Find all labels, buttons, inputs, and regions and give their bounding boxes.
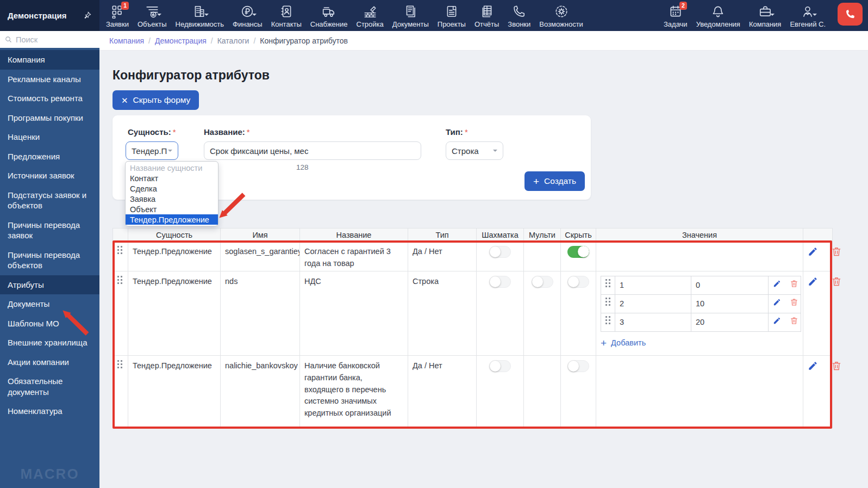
hide-toggle[interactable] [567, 360, 589, 372]
sidebar-item-label: Причины перевода объектов [8, 250, 80, 270]
sidebar-item-repair-cost[interactable]: Стоимость ремонта [0, 89, 99, 108]
nav-item-tasks[interactable]: 2 Задачи [659, 4, 692, 28]
values-column-header: Значения [596, 228, 803, 242]
contacts-book-icon [279, 4, 294, 19]
drag-handle-icon[interactable] [117, 248, 123, 256]
drag-handle-icon[interactable] [605, 299, 611, 308]
sidebar-item-request-sources[interactable]: Источники заявок [0, 166, 99, 186]
chess-toggle[interactable] [489, 246, 511, 258]
nav-item-objects[interactable]: Объекты [133, 4, 171, 28]
sidebar-item-label: Стоимость ремонта [8, 94, 83, 103]
delete-icon[interactable] [790, 279, 798, 288]
sidebar-item-purchase-programs[interactable]: Программы покупки [0, 108, 99, 128]
sidebar-item-markups[interactable]: Наценки [0, 127, 99, 147]
sidebar-item-request-transfer-reasons[interactable]: Причины перевода заявок [0, 215, 99, 245]
workspace-switcher[interactable]: Демонстрация [0, 0, 99, 31]
hide-toggle[interactable] [567, 246, 589, 258]
sidebar-item-label: Подстатусы заявок и объектов [8, 190, 86, 211]
entity-select[interactable]: Тендер.П [126, 141, 178, 160]
sidebar-item-documents[interactable]: Документы [0, 294, 99, 314]
sidebar-item-label: Шаблоны МО [8, 319, 59, 328]
drag-handle-icon[interactable] [605, 281, 611, 289]
chess-toggle[interactable] [489, 360, 511, 372]
nav-item-realty[interactable]: Недвижимость [171, 4, 228, 28]
nav-item-construction[interactable]: Стройка [352, 4, 388, 28]
edit-icon[interactable] [773, 317, 781, 325]
sidebar-item-company[interactable]: Компания [0, 50, 99, 70]
table-row: Тендер.Предложение nds НДС Строка [113, 271, 833, 356]
delete-icon[interactable] [790, 298, 798, 306]
edit-icon[interactable] [808, 276, 818, 287]
edit-icon[interactable] [773, 280, 781, 288]
nav-item-contacts[interactable]: Контакты [267, 4, 306, 28]
chess-toggle[interactable] [489, 276, 511, 288]
title-column-header: Название [300, 228, 408, 242]
drag-handle-icon[interactable] [117, 362, 123, 370]
name-cell: nds [221, 271, 300, 356]
delete-icon[interactable] [831, 246, 842, 257]
values-table: 1 0 2 [601, 276, 801, 332]
sidebar-item-attributes[interactable]: Атрибуты [0, 275, 99, 295]
sidebar-item-required-documents[interactable]: Обязательные документы [0, 372, 99, 401]
dropdown-option-object[interactable]: Объект [126, 204, 218, 214]
attribute-form: Сущность:* Тендер.П Название:* 128 Тип:* [113, 115, 591, 200]
drag-handle-icon[interactable] [605, 318, 611, 326]
call-button[interactable] [838, 3, 863, 26]
edit-icon[interactable] [808, 246, 818, 257]
type-cell: Да / Нет [408, 242, 477, 271]
sidebar-item-offers[interactable]: Предложения [0, 147, 99, 166]
delete-icon[interactable] [831, 276, 842, 287]
hide-form-button[interactable]: ✕ Скрыть форму [113, 90, 199, 110]
nav-item-calls[interactable]: Звонки [503, 4, 535, 28]
sidebar-item-external-storage[interactable]: Внешние хранилища [0, 333, 99, 353]
nav-item-opportunities[interactable]: Возможности [535, 4, 588, 28]
value-cell: 0 [691, 276, 769, 295]
sidebar-item-substatuses[interactable]: Подстатусы заявок и объектов [0, 186, 99, 215]
edit-icon[interactable] [773, 298, 781, 306]
nav-item-user[interactable]: Евгений С. [785, 4, 830, 28]
nav-item-requests[interactable]: 1 Заявки [102, 4, 133, 28]
delete-icon[interactable] [790, 316, 798, 325]
dropdown-option-request[interactable]: Заявка [126, 194, 218, 204]
nav-item-notifications[interactable]: Уведомления [692, 4, 745, 28]
topbar: Демонстрация 1 Заявки Объекты Недвижимос… [0, 0, 868, 31]
nav-item-company[interactable]: Компания [745, 4, 786, 28]
breadcrumb-company[interactable]: Компания [109, 36, 144, 45]
add-value-button[interactable]: + Добавить [601, 337, 646, 349]
name-cell: nalichie_bankovskoy [221, 356, 300, 428]
hide-toggle[interactable] [567, 276, 589, 288]
sidebar-item-company-promos[interactable]: Акции компании [0, 353, 99, 372]
drag-handle-icon[interactable] [117, 277, 123, 286]
search-input[interactable] [16, 35, 95, 44]
dropdown-option-deal[interactable]: Сделка [126, 183, 218, 194]
requests-badge: 1 [121, 2, 129, 10]
sidebar-item-mo-templates[interactable]: Шаблоны МО [0, 314, 99, 333]
multi-toggle[interactable] [532, 276, 553, 288]
name-input[interactable] [210, 146, 415, 156]
breadcrumb-demo[interactable]: Демонстрация [155, 36, 207, 45]
sidebar-item-ad-channels[interactable]: Рекламные каналы [0, 70, 99, 89]
edit-icon[interactable] [808, 361, 818, 371]
attributes-table-wrap: Сущность Имя Название Тип Шахматка Мульт… [113, 228, 832, 428]
sidebar-item-label: Номенклатура [8, 406, 63, 416]
macro-logo: MACRO [0, 466, 99, 483]
nav-item-reports[interactable]: Отчёты [470, 4, 503, 28]
sidebar-item-label: Источники заявок [8, 171, 74, 180]
sidebar-item-object-transfer-reasons[interactable]: Причины перевода объектов [0, 245, 99, 275]
breadcrumb-catalogs[interactable]: Каталоги [217, 36, 249, 45]
nav-item-supply[interactable]: Снабжение [306, 4, 352, 28]
nav-item-documents[interactable]: Документы [388, 4, 433, 28]
dropdown-option-tender-offer[interactable]: Тендер.Предложение [126, 214, 218, 225]
sidebar-item-nomenclature[interactable]: Номенклатура [0, 401, 99, 421]
delete-icon[interactable] [831, 360, 842, 371]
type-select[interactable]: Строка [446, 141, 503, 160]
create-button[interactable]: + Создать [524, 171, 585, 191]
nav-item-projects[interactable]: Проекты [433, 4, 470, 28]
dropdown-option-contact[interactable]: Контакт [126, 173, 218, 183]
value-row: 1 0 [601, 276, 801, 295]
calls-phone-icon [511, 4, 527, 19]
value-row: 2 10 [601, 295, 801, 313]
nav-item-finance[interactable]: Финансы [228, 4, 267, 28]
entity-label: Сущность:* [128, 127, 176, 137]
sidebar-search[interactable] [0, 31, 99, 48]
